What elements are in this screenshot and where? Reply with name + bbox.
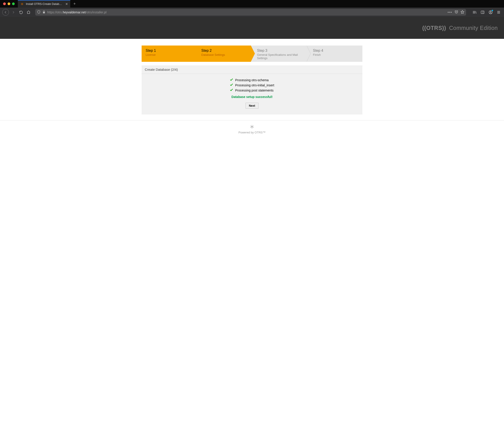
new-tab-button[interactable]: + (70, 1, 79, 6)
process-text: Processing otrs-initial_insert (235, 83, 274, 87)
account-icon[interactable] (487, 9, 494, 15)
nav-forward-button[interactable] (10, 9, 17, 15)
step-title: Step 1 (146, 49, 192, 53)
window-maximize[interactable] (12, 2, 15, 5)
check-icon (230, 88, 233, 92)
process-text: Processing otrs-schema (235, 78, 269, 82)
process-list: Processing otrs-schema Processing otrs-i… (230, 78, 274, 92)
step-sub: Database Settings (201, 53, 247, 56)
check-icon (230, 83, 233, 87)
footer-text: Powered by OTRS™ (238, 131, 265, 134)
menu-icon[interactable] (495, 9, 502, 15)
process-item: Processing post statements (230, 88, 273, 92)
nav-reload-button[interactable] (18, 9, 24, 15)
footer-logo-icon (250, 125, 254, 129)
nav-back-button[interactable] (2, 9, 9, 16)
svg-point-6 (490, 11, 491, 12)
wizard-steps: Step 1 License Step 2 Database Settings … (142, 46, 362, 62)
sidebar-icon[interactable] (479, 9, 486, 15)
page-actions-icon[interactable]: ••• (448, 10, 452, 14)
step-sub: License (146, 53, 192, 56)
tab-favicon-icon (20, 2, 24, 6)
page-footer: Powered by OTRS™ (0, 120, 504, 141)
step-sub: Finish (313, 53, 359, 56)
nav-home-button[interactable] (26, 9, 32, 15)
shield-icon[interactable] (37, 10, 41, 15)
browser-tab[interactable]: Install OTRS-Create Database - ✕ (18, 0, 70, 8)
brand-logo: ((OTRS)) Community Edition (422, 25, 498, 31)
bookmark-star-icon[interactable] (460, 10, 464, 15)
process-item: Processing otrs-initial_insert (230, 83, 274, 87)
step-1: Step 1 License (142, 46, 195, 62)
process-item: Processing otrs-schema (230, 78, 269, 82)
check-icon (230, 78, 233, 82)
step-2: Step 2 Database Settings (195, 46, 251, 62)
svg-rect-3 (481, 11, 484, 14)
lock-icon[interactable] (42, 10, 45, 14)
step-sub: General Specifications and Mail Settings (257, 53, 303, 60)
next-button[interactable]: Next (245, 103, 259, 109)
brand-edition: Community Edition (449, 25, 498, 31)
step-title: Step 4 (313, 49, 359, 53)
notification-dot (492, 9, 493, 11)
success-message: Database setup successful! (232, 95, 272, 99)
url-bar[interactable]: https://otrs.heyvaldemar.net/otrs/instal… (35, 9, 466, 16)
window-minimize[interactable] (8, 2, 10, 5)
step-4: Step 4 Finish (306, 46, 362, 62)
step-3: Step 3 General Specifications and Mail S… (251, 46, 307, 62)
brand-name: ((OTRS)) (422, 25, 446, 31)
browser-toolbar: https://otrs.heyvaldemar.net/otrs/instal… (0, 8, 504, 17)
tab-title: Install OTRS-Create Database - (26, 2, 63, 6)
step-title: Step 2 (201, 49, 247, 53)
page-header: ((OTRS)) Community Edition (0, 17, 504, 39)
process-text: Processing post statements (235, 89, 273, 92)
window-close[interactable] (3, 2, 6, 5)
pocket-icon[interactable] (454, 10, 458, 15)
tab-close-icon[interactable]: ✕ (65, 2, 68, 6)
step-title: Step 3 (257, 49, 303, 53)
window-controls (0, 0, 18, 8)
browser-tabbar: Install OTRS-Create Database - ✕ + (0, 0, 504, 8)
panel-title: Create Database (2/4) (142, 65, 362, 74)
panel: Create Database (2/4) Processing otrs-sc… (142, 65, 362, 114)
library-icon[interactable] (471, 9, 478, 15)
url-text: https://otrs.heyvaldemar.net/otrs/instal… (47, 10, 106, 14)
page-body: Step 1 License Step 2 Database Settings … (0, 39, 504, 141)
